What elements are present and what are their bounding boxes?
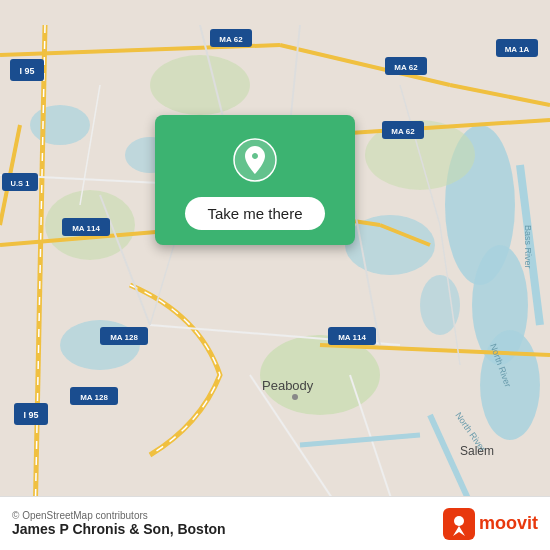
copyright-text: © OpenStreetMap contributors — [12, 510, 226, 521]
moovit-icon — [443, 508, 475, 540]
bottom-info: © OpenStreetMap contributors James P Chr… — [12, 510, 226, 537]
svg-text:I 95: I 95 — [23, 410, 38, 420]
svg-point-5 — [345, 215, 435, 275]
map-svg: Peabody Salem Bass River North River Nor… — [0, 0, 550, 550]
svg-point-4 — [30, 105, 90, 145]
svg-text:MA 128: MA 128 — [110, 333, 138, 342]
location-pin — [230, 135, 280, 185]
svg-text:MA 114: MA 114 — [72, 224, 100, 233]
svg-text:MA 62: MA 62 — [219, 35, 243, 44]
place-name: James P Chronis & Son, Boston — [12, 521, 226, 537]
svg-text:MA 1A: MA 1A — [505, 45, 530, 54]
svg-line-33 — [80, 85, 100, 205]
svg-point-69 — [454, 516, 464, 526]
svg-text:Bass River: Bass River — [523, 225, 533, 269]
svg-text:MA 114: MA 114 — [338, 333, 366, 342]
moovit-text: moovit — [479, 513, 538, 534]
map-container: Peabody Salem Bass River North River Nor… — [0, 0, 550, 550]
svg-line-12 — [35, 25, 45, 525]
svg-text:MA 62: MA 62 — [391, 127, 415, 136]
pin-icon — [233, 138, 277, 182]
svg-line-16 — [450, 85, 550, 105]
svg-text:U.S 1: U.S 1 — [11, 179, 30, 188]
svg-line-38 — [300, 435, 420, 445]
take-me-there-button[interactable]: Take me there — [185, 197, 324, 230]
svg-text:I 95: I 95 — [19, 66, 34, 76]
svg-text:MA 128: MA 128 — [80, 393, 108, 402]
bottom-bar: © OpenStreetMap contributors James P Chr… — [0, 496, 550, 550]
location-card[interactable]: Take me there — [155, 115, 355, 245]
moovit-logo: moovit — [443, 508, 538, 540]
svg-text:Peabody: Peabody — [262, 378, 314, 393]
svg-point-40 — [292, 394, 298, 400]
svg-text:MA 62: MA 62 — [394, 63, 418, 72]
svg-point-10 — [150, 55, 250, 115]
